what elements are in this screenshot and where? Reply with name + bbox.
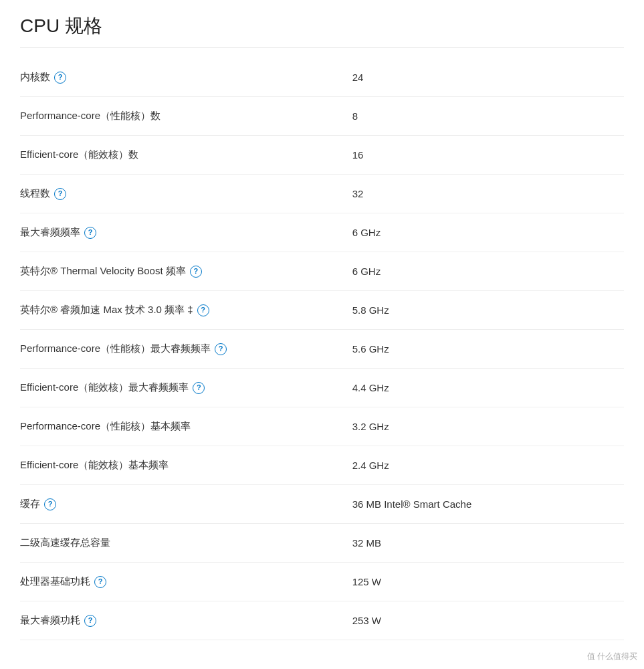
spec-row-max-turbo-power: 最大睿频功耗?253 W bbox=[20, 601, 624, 640]
spec-value-core-count: 24 bbox=[352, 72, 624, 83]
spec-row-performance-core-count: Performance-core（性能核）数8 bbox=[20, 97, 624, 136]
spec-label-perf-core-base-freq: Performance-core（性能核）基本频率 bbox=[20, 420, 352, 433]
spec-row-thread-count: 线程数?32 bbox=[20, 175, 624, 213]
spec-label-thread-count: 线程数? bbox=[20, 187, 352, 200]
spec-row-max-turbo-freq: 最大睿频频率?6 GHz bbox=[20, 213, 624, 252]
spec-label-thermal-velocity-boost: 英特尔® Thermal Velocity Boost 频率? bbox=[20, 265, 352, 278]
spec-label-perf-core-max-turbo: Performance-core（性能核）最大睿频频率? bbox=[20, 343, 352, 355]
spec-label-text-perf-core-max-turbo: Performance-core（性能核）最大睿频频率 bbox=[20, 343, 211, 355]
spec-label-eff-core-base-freq: Efficient-core（能效核）基本频率 bbox=[20, 459, 352, 472]
spec-table: 内核数?24Performance-core（性能核）数8Efficient-c… bbox=[20, 58, 624, 640]
spec-row-turbo-boost-max-3: 英特尔® 睿频加速 Max 技术 3.0 频率 ‡?5.8 GHz bbox=[20, 291, 624, 330]
spec-label-text-eff-core-base-freq: Efficient-core（能效核）基本频率 bbox=[20, 459, 169, 472]
help-icon-thermal-velocity-boost[interactable]: ? bbox=[190, 266, 202, 278]
help-icon-turbo-boost-max-3[interactable]: ? bbox=[197, 304, 209, 316]
spec-row-thermal-velocity-boost: 英特尔® Thermal Velocity Boost 频率?6 GHz bbox=[20, 252, 624, 291]
spec-label-text-perf-core-base-freq: Performance-core（性能核）基本频率 bbox=[20, 420, 191, 433]
spec-row-cache: 缓存?36 MB Intel® Smart Cache bbox=[20, 485, 624, 524]
page-title: CPU 规格 bbox=[20, 13, 624, 47]
spec-value-performance-core-count: 8 bbox=[352, 110, 624, 122]
spec-label-turbo-boost-max-3: 英特尔® 睿频加速 Max 技术 3.0 频率 ‡? bbox=[20, 304, 352, 316]
spec-value-eff-core-max-turbo: 4.4 GHz bbox=[352, 382, 624, 393]
help-icon-cache[interactable]: ? bbox=[44, 498, 56, 510]
spec-label-text-max-turbo-freq: 最大睿频频率 bbox=[20, 226, 80, 239]
spec-label-text-max-turbo-power: 最大睿频功耗 bbox=[20, 614, 80, 627]
spec-row-perf-core-max-turbo: Performance-core（性能核）最大睿频频率?5.6 GHz bbox=[20, 330, 624, 369]
spec-value-perf-core-base-freq: 3.2 GHz bbox=[352, 421, 624, 432]
spec-row-eff-core-base-freq: Efficient-core（能效核）基本频率2.4 GHz bbox=[20, 446, 624, 485]
help-icon-base-tdp[interactable]: ? bbox=[94, 576, 106, 588]
spec-label-text-eff-core-max-turbo: Efficient-core（能效核）最大睿频频率 bbox=[20, 381, 189, 394]
spec-row-efficient-core-count: Efficient-core（能效核）数16 bbox=[20, 136, 624, 175]
spec-value-turbo-boost-max-3: 5.8 GHz bbox=[352, 304, 624, 316]
spec-value-base-tdp: 125 W bbox=[352, 576, 624, 587]
spec-row-core-count: 内核数?24 bbox=[20, 58, 624, 97]
help-icon-perf-core-max-turbo[interactable]: ? bbox=[215, 343, 227, 355]
help-icon-core-count[interactable]: ? bbox=[54, 72, 66, 84]
watermark: 值 什么值得买 bbox=[587, 651, 637, 662]
spec-value-perf-core-max-turbo: 5.6 GHz bbox=[352, 343, 624, 355]
spec-label-text-thread-count: 线程数 bbox=[20, 187, 50, 200]
spec-label-text-thermal-velocity-boost: 英特尔® Thermal Velocity Boost 频率 bbox=[20, 265, 186, 278]
spec-value-cache: 36 MB Intel® Smart Cache bbox=[352, 498, 624, 510]
spec-row-eff-core-max-turbo: Efficient-core（能效核）最大睿频频率?4.4 GHz bbox=[20, 369, 624, 407]
spec-value-thread-count: 32 bbox=[352, 188, 624, 199]
spec-label-performance-core-count: Performance-core（性能核）数 bbox=[20, 110, 352, 122]
spec-value-max-turbo-power: 253 W bbox=[352, 615, 624, 626]
spec-label-text-base-tdp: 处理器基础功耗 bbox=[20, 575, 90, 588]
help-icon-max-turbo-power[interactable]: ? bbox=[84, 615, 96, 627]
spec-label-l2-cache: 二级高速缓存总容量 bbox=[20, 537, 352, 549]
spec-label-max-turbo-freq: 最大睿频频率? bbox=[20, 226, 352, 239]
spec-label-text-turbo-boost-max-3: 英特尔® 睿频加速 Max 技术 3.0 频率 ‡ bbox=[20, 304, 193, 316]
spec-label-base-tdp: 处理器基础功耗? bbox=[20, 575, 352, 588]
spec-value-l2-cache: 32 MB bbox=[352, 537, 624, 549]
spec-value-efficient-core-count: 16 bbox=[352, 149, 624, 161]
spec-value-thermal-velocity-boost: 6 GHz bbox=[352, 266, 624, 277]
spec-value-max-turbo-freq: 6 GHz bbox=[352, 227, 624, 238]
spec-label-text-cache: 缓存 bbox=[20, 498, 40, 510]
help-icon-eff-core-max-turbo[interactable]: ? bbox=[193, 382, 205, 394]
spec-label-max-turbo-power: 最大睿频功耗? bbox=[20, 614, 352, 627]
spec-value-eff-core-base-freq: 2.4 GHz bbox=[352, 460, 624, 471]
spec-label-text-l2-cache: 二级高速缓存总容量 bbox=[20, 537, 110, 549]
spec-label-efficient-core-count: Efficient-core（能效核）数 bbox=[20, 149, 352, 161]
help-icon-thread-count[interactable]: ? bbox=[54, 188, 66, 200]
help-icon-max-turbo-freq[interactable]: ? bbox=[84, 227, 96, 239]
spec-label-core-count: 内核数? bbox=[20, 71, 352, 84]
spec-row-l2-cache: 二级高速缓存总容量32 MB bbox=[20, 524, 624, 563]
spec-label-eff-core-max-turbo: Efficient-core（能效核）最大睿频频率? bbox=[20, 381, 352, 394]
spec-label-text-efficient-core-count: Efficient-core（能效核）数 bbox=[20, 149, 138, 161]
spec-label-text-core-count: 内核数 bbox=[20, 71, 50, 84]
spec-label-text-performance-core-count: Performance-core（性能核）数 bbox=[20, 110, 160, 122]
spec-row-base-tdp: 处理器基础功耗?125 W bbox=[20, 563, 624, 601]
spec-row-perf-core-base-freq: Performance-core（性能核）基本频率3.2 GHz bbox=[20, 407, 624, 446]
spec-label-cache: 缓存? bbox=[20, 498, 352, 510]
